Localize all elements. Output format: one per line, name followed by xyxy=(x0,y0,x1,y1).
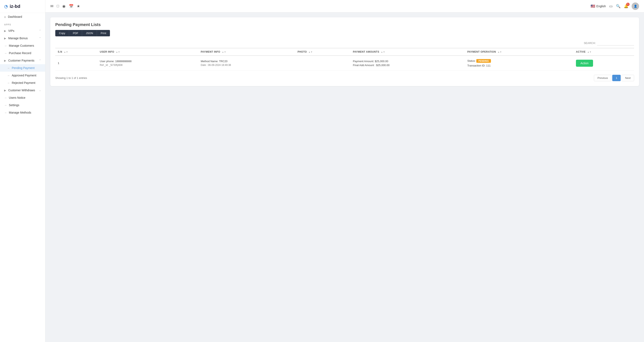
arrow-icon-manage-methods: → xyxy=(4,111,7,114)
pdf-button[interactable]: PDF xyxy=(69,30,82,36)
method-name: Method Name: TRC20 xyxy=(201,60,292,63)
sidebar-item-rejected-payment[interactable]: → Rejected Payment xyxy=(0,79,45,87)
arrow-icon-purchase-record: → xyxy=(4,52,7,55)
main-area: ✉ □ ◉ 📅 ★ 🇺🇸 English ▭ 🔍 🔔 5 👤 Pending xyxy=(46,0,644,342)
sidebar-item-dashboard[interactable]: ⌂ Dashboard xyxy=(0,13,45,21)
arrow-icon-settings: → xyxy=(4,104,7,107)
header: ✉ □ ◉ 📅 ★ 🇺🇸 English ▭ 🔍 🔔 5 👤 xyxy=(46,0,644,12)
table-wrap: S.N ▲▼ USER INFO ▲▼ PAYMENT INFO ▲▼ xyxy=(55,48,634,71)
sort-icon-operation: ▲▼ xyxy=(498,51,502,53)
copy-button[interactable]: Copy xyxy=(55,30,69,36)
ref-id: Ref._id: _5i730fy608 xyxy=(100,64,196,67)
check-icon[interactable]: ◉ xyxy=(62,4,66,9)
transaction-id: Transaction ID: 111 xyxy=(467,64,571,67)
chevron-up-icon-payments: ⌃ xyxy=(39,59,41,62)
next-button[interactable]: Next xyxy=(622,75,634,81)
payment-date: Date : 06-09-2024 18:49:38 xyxy=(201,64,292,67)
mail-icon[interactable]: ✉ xyxy=(50,4,54,9)
sort-icon-sn: ▲▼ xyxy=(64,51,68,53)
pending-payment-label: Pending Payment xyxy=(12,66,35,70)
col-user-info: USER INFO ▲▼ xyxy=(97,48,198,56)
col-photo: PHOTO ▲▼ xyxy=(295,48,350,56)
sidebar-item-settings[interactable]: → Settings xyxy=(0,101,45,109)
purchase-record-label: Purchase Record xyxy=(9,51,31,55)
page-1-button[interactable]: 1 xyxy=(612,75,621,81)
col-sn: S.N ▲▼ xyxy=(55,48,97,56)
manage-customers-label: Manage Customers xyxy=(9,44,34,47)
sort-icon-amounts: ▲▼ xyxy=(381,51,385,53)
avatar-placeholder: 👤 xyxy=(634,5,637,8)
row-user-info: User phone: 18888888888 Ref._id: _5i730f… xyxy=(97,56,198,71)
chat-icon[interactable]: □ xyxy=(57,4,59,8)
language-selector[interactable]: 🇺🇸 English xyxy=(590,4,606,9)
customer-payments-submenu: → Pending Payment → Approved Payment → R… xyxy=(0,64,45,87)
table-row: 1 User phone: 18888888888 Ref._id: _5i73… xyxy=(55,56,634,71)
rejected-payment-label: Rejected Payment xyxy=(12,81,35,84)
settings-label: Settings xyxy=(9,103,20,107)
sidebar-item-pending-payment[interactable]: → Pending Payment xyxy=(0,64,45,72)
sort-icon-user: ▲▼ xyxy=(116,51,120,53)
row-active: Action xyxy=(574,56,634,71)
sidebar-item-customer-withdraws[interactable]: ▶ Customer Withdraws ⌄ xyxy=(0,87,45,94)
previous-button[interactable]: Previous xyxy=(594,75,612,81)
sidebar-item-users-notice[interactable]: → Users Notice xyxy=(0,94,45,101)
col-payment-operation: PAYMENT OPERATION ▲▼ xyxy=(465,48,574,56)
row-photo xyxy=(295,56,350,71)
json-button[interactable]: JSON xyxy=(82,30,97,36)
sidebar-item-customer-payments[interactable]: ▶ Customer Payments ⌃ xyxy=(0,57,45,64)
arrow-icon-approved: → xyxy=(7,74,10,77)
app-logo: ◔ iz-bd xyxy=(0,0,45,13)
arrow-icon-pending: → xyxy=(7,67,10,70)
approved-payment-label: Approved Payment xyxy=(12,74,36,77)
language-label: English xyxy=(596,5,606,8)
action-button[interactable]: Action xyxy=(576,60,593,67)
search-icon[interactable]: 🔍 xyxy=(616,4,620,9)
sidebar-item-manage-bonus[interactable]: ▶ Manage Bonus ⌃ xyxy=(0,35,45,42)
chevron-up-icon-vips: ⌃ xyxy=(39,29,41,32)
users-notice-label: Users Notice xyxy=(9,96,25,99)
status-row: Status: PENDING xyxy=(467,59,571,63)
toolbar: Copy PDF JSON Print xyxy=(55,30,634,36)
search-row: SEARCH: xyxy=(55,41,634,45)
user-avatar[interactable]: 👤 xyxy=(632,3,639,10)
home-icon: ⌂ xyxy=(4,15,6,18)
customer-payments-label: Customer Payments xyxy=(8,59,34,62)
app-name: iz-bd xyxy=(10,4,20,9)
star-icon[interactable]: ★ xyxy=(77,4,80,9)
page-title: Pending Payment Lists xyxy=(55,22,634,27)
notification-button[interactable]: 🔔 5 xyxy=(624,4,628,9)
search-label: SEARCH: xyxy=(584,42,596,45)
sidebar: ◔ iz-bd ⌂ Dashboard APPS ▶ VIPs ⌃ ▶ Mana… xyxy=(0,0,46,342)
user-phone: User phone: 18888888888 xyxy=(100,60,196,63)
arrow-icon-rejected: → xyxy=(7,81,10,84)
manage-bonus-label: Manage Bonus xyxy=(8,37,28,40)
arrow-icon-users-notice: → xyxy=(4,96,7,99)
sidebar-item-approved-payment[interactable]: → Approved Payment xyxy=(0,72,45,79)
arrow-icon-customer-payments: ▶ xyxy=(4,59,6,62)
payment-amount: Payment Amount: $25,000.00 xyxy=(353,60,462,63)
expand-icon[interactable]: ▭ xyxy=(609,4,613,9)
sort-icon-active: ▲▼ xyxy=(587,51,592,53)
row-payment-info: Method Name: TRC20 Date : 06-09-2024 18:… xyxy=(198,56,295,71)
calendar-icon[interactable]: 📅 xyxy=(69,4,74,9)
manage-methods-label: Manage Methods xyxy=(9,111,31,114)
col-payment-info: PAYMENT INFO ▲▼ xyxy=(198,48,295,56)
arrow-icon-withdraws: ▶ xyxy=(4,89,6,92)
vips-label: VIPs xyxy=(8,29,14,33)
flag-icon: 🇺🇸 xyxy=(590,4,595,9)
row-payment-amounts: Payment Amount: $25,000.00 Final Add Amo… xyxy=(350,56,465,71)
sidebar-item-vips[interactable]: ▶ VIPs ⌃ xyxy=(0,27,45,35)
sidebar-item-manage-methods[interactable]: → Manage Methods xyxy=(0,109,45,116)
sidebar-item-manage-customers[interactable]: → Manage Customers xyxy=(0,42,45,49)
print-button[interactable]: Print xyxy=(97,30,110,36)
payments-table: S.N ▲▼ USER INFO ▲▼ PAYMENT INFO ▲▼ xyxy=(55,48,634,71)
col-payment-amounts: PAYMENT AMOUNTS ▲▼ xyxy=(350,48,465,56)
table-footer: Showing 1 to 1 of 1 entries Previous 1 N… xyxy=(55,75,634,81)
chevron-down-icon-withdraws: ⌄ xyxy=(39,89,41,92)
logo-icon: ◔ xyxy=(4,4,8,9)
search-input[interactable] xyxy=(597,41,634,45)
arrow-icon-vips: ▶ xyxy=(4,29,6,33)
showing-text: Showing 1 to 1 of 1 entries xyxy=(55,76,87,80)
sidebar-item-purchase-record[interactable]: → Purchase Record xyxy=(0,49,45,57)
arrow-icon-manage-bonus: ▶ xyxy=(4,37,6,40)
